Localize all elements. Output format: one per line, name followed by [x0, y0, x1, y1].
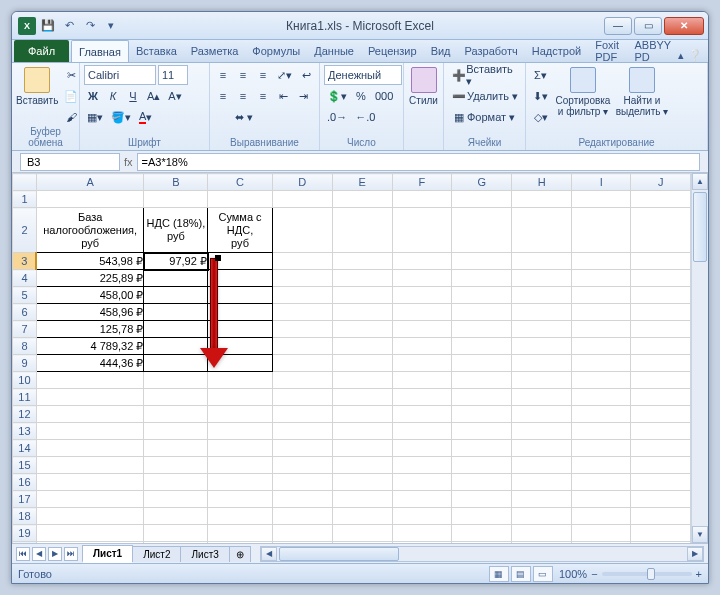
horizontal-scrollbar[interactable]: ◀ ▶ — [260, 546, 704, 562]
tab-addins[interactable]: Надстрой — [525, 40, 588, 62]
file-tab[interactable]: Файл — [14, 40, 69, 62]
bold-button[interactable]: Ж — [84, 86, 102, 106]
save-icon[interactable]: 💾 — [39, 17, 57, 35]
align-left-icon[interactable]: ≡ — [214, 86, 232, 106]
scroll-right-icon[interactable]: ▶ — [687, 547, 703, 561]
font-size-combo[interactable]: 11 — [158, 65, 188, 85]
font-name-combo[interactable]: Calibri — [84, 65, 156, 85]
sheet-tab-1[interactable]: Лист1 — [82, 545, 133, 563]
col-header-c[interactable]: C — [208, 174, 272, 191]
wrap-text-icon[interactable]: ↩ — [297, 65, 315, 85]
redo-icon[interactable]: ↷ — [81, 17, 99, 35]
increase-indent-icon[interactable]: ⇥ — [294, 86, 312, 106]
row-header[interactable]: 8 — [13, 338, 37, 355]
tab-foxit[interactable]: Foxit PDF — [588, 40, 627, 62]
shrink-font-icon[interactable]: A▾ — [165, 86, 184, 106]
autosum-icon[interactable]: Σ▾ — [530, 65, 551, 85]
sheet-tab-2[interactable]: Лист2 — [132, 546, 181, 562]
row-header[interactable]: 13 — [13, 423, 37, 440]
col-header-f[interactable]: F — [392, 174, 452, 191]
tab-insert[interactable]: Вставка — [129, 40, 184, 62]
row-header[interactable]: 12 — [13, 406, 37, 423]
row-header[interactable]: 11 — [13, 389, 37, 406]
select-all-corner[interactable] — [13, 174, 37, 191]
align-right-icon[interactable]: ≡ — [254, 86, 272, 106]
fill-icon[interactable]: ⬇▾ — [530, 86, 551, 106]
close-button[interactable]: ✕ — [664, 17, 704, 35]
currency-icon[interactable]: 💲▾ — [324, 86, 350, 106]
view-normal-icon[interactable]: ▦ — [489, 566, 509, 582]
tab-view[interactable]: Вид — [424, 40, 458, 62]
clear-icon[interactable]: ◇▾ — [530, 107, 551, 127]
row-header[interactable]: 18 — [13, 508, 37, 525]
view-pagebreak-icon[interactable]: ▭ — [533, 566, 553, 582]
fill-color-icon[interactable]: 🪣▾ — [108, 107, 134, 127]
row-header[interactable]: 14 — [13, 440, 37, 457]
sheet-tab-3[interactable]: Лист3 — [180, 546, 229, 562]
qat-dropdown-icon[interactable]: ▾ — [102, 17, 120, 35]
row-header[interactable]: 1 — [13, 191, 37, 208]
percent-icon[interactable]: % — [352, 86, 370, 106]
maximize-button[interactable]: ▭ — [634, 17, 662, 35]
italic-button[interactable]: К — [104, 86, 122, 106]
scroll-thumb[interactable] — [693, 192, 707, 262]
scroll-left-icon[interactable]: ◀ — [261, 547, 277, 561]
paste-button[interactable]: Вставить — [16, 65, 58, 106]
comma-icon[interactable]: 000 — [372, 86, 396, 106]
scroll-up-icon[interactable]: ▲ — [692, 173, 708, 190]
undo-icon[interactable]: ↶ — [60, 17, 78, 35]
tab-data[interactable]: Данные — [307, 40, 361, 62]
increase-decimal-icon[interactable]: .0→ — [324, 107, 350, 127]
col-header-e[interactable]: E — [332, 174, 392, 191]
align-center-icon[interactable]: ≡ — [234, 86, 252, 106]
tab-nav-prev-icon[interactable]: ◀ — [32, 547, 46, 561]
zoom-out-icon[interactable]: − — [591, 568, 597, 580]
ribbon-minimize-icon[interactable]: ▴ — [678, 49, 684, 62]
align-middle-icon[interactable]: ≡ — [234, 65, 252, 85]
fill-handle[interactable] — [215, 255, 221, 261]
vertical-scrollbar[interactable]: ▲ ▼ — [691, 173, 708, 543]
row-header[interactable]: 19 — [13, 525, 37, 542]
tab-review[interactable]: Рецензир — [361, 40, 424, 62]
tab-formulas[interactable]: Формулы — [245, 40, 307, 62]
row-header[interactable]: 10 — [13, 372, 37, 389]
merge-center-icon[interactable]: ⬌ ▾ — [214, 107, 274, 127]
cell-b3-active[interactable]: 97,92 ₽ — [144, 253, 208, 270]
row-header[interactable]: 9 — [13, 355, 37, 372]
styles-button[interactable]: Стили — [408, 65, 439, 106]
row-header[interactable]: 16 — [13, 474, 37, 491]
view-layout-icon[interactable]: ▤ — [511, 566, 531, 582]
number-format-combo[interactable]: Денежный — [324, 65, 402, 85]
format-cells-button[interactable]: ▦Формат ▾ — [448, 107, 522, 127]
row-header[interactable]: 17 — [13, 491, 37, 508]
row-header[interactable]: 7 — [13, 321, 37, 338]
hscroll-thumb[interactable] — [279, 547, 399, 561]
formula-input[interactable]: =A3*18% — [137, 153, 700, 171]
align-top-icon[interactable]: ≡ — [214, 65, 232, 85]
insert-cells-button[interactable]: ➕Вставить ▾ — [448, 65, 522, 85]
col-header-d[interactable]: D — [272, 174, 332, 191]
col-header-j[interactable]: J — [631, 174, 691, 191]
tab-nav-next-icon[interactable]: ▶ — [48, 547, 62, 561]
col-header-g[interactable]: G — [452, 174, 512, 191]
row-header[interactable]: 6 — [13, 304, 37, 321]
tab-nav-last-icon[interactable]: ⏭ — [64, 547, 78, 561]
grow-font-icon[interactable]: A▴ — [144, 86, 163, 106]
orientation-icon[interactable]: ⤢▾ — [274, 65, 295, 85]
cell-a3[interactable]: 543,98 ₽ — [36, 253, 144, 270]
borders-icon[interactable]: ▦▾ — [84, 107, 106, 127]
header-cell-b2[interactable]: НДС (18%), руб — [144, 208, 208, 253]
col-header-h[interactable]: H — [512, 174, 572, 191]
name-box[interactable]: B3 — [20, 153, 120, 171]
scroll-down-icon[interactable]: ▼ — [692, 526, 708, 543]
copy-icon[interactable]: 📄 — [61, 86, 81, 106]
grid[interactable]: A B C D E F G H I J 1 2 База налогооблож… — [12, 173, 691, 543]
zoom-slider[interactable] — [602, 572, 692, 576]
tab-developer[interactable]: Разработч — [458, 40, 525, 62]
fx-icon[interactable]: fx — [124, 156, 133, 168]
new-sheet-icon[interactable]: ⊕ — [229, 546, 251, 562]
row-header[interactable]: 20 — [13, 542, 37, 544]
header-cell-c2[interactable]: Сумма с НДС, руб — [208, 208, 272, 253]
tab-home[interactable]: Главная — [71, 40, 129, 62]
font-color-icon[interactable]: A▾ — [136, 107, 155, 127]
